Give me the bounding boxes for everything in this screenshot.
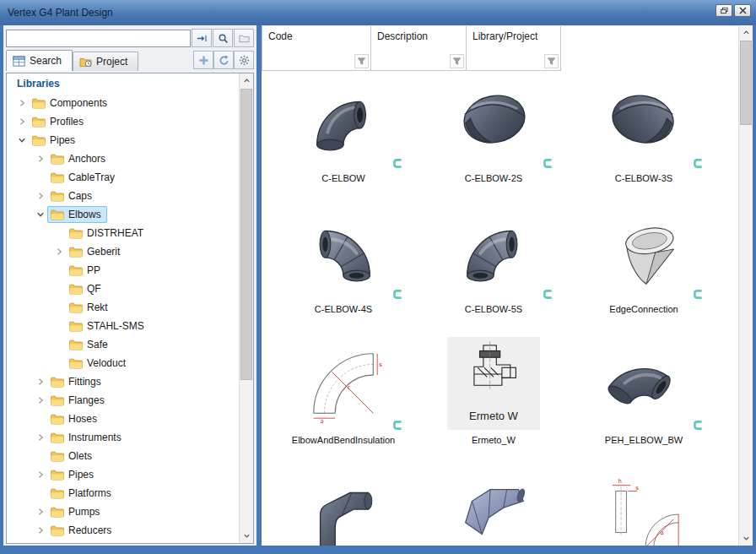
add-button[interactable]: [193, 51, 213, 69]
catalog-scrollbar[interactable]: [738, 25, 753, 546]
tree-item[interactable]: Fittings: [7, 372, 239, 391]
go-button[interactable]: [192, 29, 212, 47]
tree-item[interactable]: Pipes: [7, 465, 239, 484]
filter-button-code[interactable]: [354, 54, 369, 68]
tree-item[interactable]: PP: [7, 261, 239, 280]
tree-item[interactable]: Olets: [7, 447, 239, 465]
column-header-description[interactable]: Description: [371, 26, 467, 71]
scroll-down-icon[interactable]: [240, 529, 253, 543]
tree-item[interactable]: Veloduct: [7, 354, 239, 372]
column-header-library-project[interactable]: Library/Project: [467, 26, 561, 71]
tab-search[interactable]: Search: [6, 50, 73, 71]
catalog-item[interactable]: PEH_ELBOW_BW: [569, 334, 719, 464]
browse-button[interactable]: [234, 29, 254, 47]
tree-item-label: Veloduct: [87, 357, 126, 369]
scroll-up-icon[interactable]: [739, 25, 753, 40]
sidebar: Search Project Libraries: [3, 25, 256, 546]
chevron-icon[interactable]: [34, 152, 47, 166]
tree-item[interactable]: Platforms: [7, 484, 239, 502]
filter-button-description[interactable]: [450, 54, 464, 68]
close-button[interactable]: [734, 4, 751, 17]
chevron-icon[interactable]: [34, 542, 47, 543]
chevron-icon[interactable]: [52, 226, 66, 240]
chevron-icon[interactable]: [34, 468, 47, 481]
chevron-icon[interactable]: [15, 115, 29, 128]
tree-item[interactable]: Elbows: [7, 205, 239, 224]
library-tree: Components Profiles Pipes Anchors: [7, 94, 239, 543]
chevron-icon[interactable]: [34, 394, 47, 407]
chevron-icon[interactable]: [34, 412, 47, 426]
tree-item[interactable]: STAHL-SMS: [7, 317, 239, 335]
catalog-item[interactable]: Ermeto W Ermeto_W: [418, 334, 569, 464]
scroll-down-icon[interactable]: [739, 531, 753, 546]
chevron-icon[interactable]: [34, 486, 47, 500]
tree-item[interactable]: Pipes: [7, 131, 239, 149]
filter-button-library-project[interactable]: [544, 54, 559, 68]
search-button[interactable]: [213, 29, 233, 47]
refresh-button[interactable]: [213, 51, 234, 69]
search-input[interactable]: [6, 30, 191, 47]
catalog-item[interactable]: C-ELBOW: [268, 72, 418, 203]
tree-item-label: Safe: [87, 339, 108, 350]
chevron-icon[interactable]: [52, 263, 66, 277]
chevron-icon[interactable]: [52, 282, 66, 296]
catalog-item[interactable]: C-ELBOW-5S: [418, 203, 569, 334]
tree-item[interactable]: Reducers: [7, 521, 239, 540]
tree-item[interactable]: CableTray: [7, 168, 239, 187]
chevron-icon[interactable]: [15, 96, 29, 110]
tree-item[interactable]: Instruments: [7, 428, 239, 447]
tree-item[interactable]: Geberit: [7, 242, 239, 261]
catalog-item[interactable]: C-ELBOW-2S: [418, 72, 569, 203]
table-icon: [13, 56, 25, 67]
tree-item-label: Hoses: [68, 413, 97, 425]
chevron-icon[interactable]: [15, 133, 29, 147]
chevron-icon[interactable]: [34, 375, 47, 388]
tree-item[interactable]: Flanges: [7, 391, 239, 410]
chevron-icon[interactable]: [34, 189, 47, 203]
tree-item[interactable]: QF: [7, 280, 239, 298]
tree-item[interactable]: Profiles: [7, 112, 239, 131]
scroll-up-icon[interactable]: [240, 73, 253, 88]
tree-item[interactable]: ServicePiping: [7, 540, 239, 543]
chevron-icon[interactable]: [52, 338, 66, 351]
restore-button[interactable]: [716, 4, 732, 17]
catalog-item[interactable]: [569, 464, 719, 546]
catalog-item[interactable]: [418, 464, 569, 546]
chevron-icon[interactable]: [34, 524, 47, 537]
chevron-icon[interactable]: [34, 431, 47, 444]
tree-item-label: QF: [87, 283, 101, 295]
chevron-icon[interactable]: [34, 171, 47, 184]
tree-item[interactable]: Safe: [7, 335, 239, 354]
tab-project[interactable]: Project: [73, 52, 138, 71]
column-header-code[interactable]: Code: [262, 26, 371, 71]
tree-item[interactable]: DISTRHEAT: [7, 224, 239, 242]
tree-item-label: PP: [87, 264, 100, 276]
restore-icon: [721, 7, 728, 14]
chevron-icon[interactable]: [52, 301, 66, 314]
tree-item[interactable]: Anchors: [7, 149, 239, 168]
tree-item[interactable]: Hoses: [7, 410, 239, 428]
catalog-item[interactable]: C-ELBOW-3S: [569, 72, 719, 203]
scroll-thumb[interactable]: [740, 41, 752, 125]
catalog-item[interactable]: [268, 464, 418, 546]
chevron-icon[interactable]: [34, 449, 47, 463]
catalog-item-image: [426, 203, 561, 302]
tree-item[interactable]: Caps: [7, 187, 239, 205]
chevron-icon[interactable]: [52, 356, 66, 370]
tree-item[interactable]: Components: [7, 94, 239, 112]
catalog-item[interactable]: C-ELBOW-4S: [268, 203, 418, 334]
settings-button[interactable]: [234, 51, 254, 69]
scroll-thumb[interactable]: [240, 89, 252, 380]
catalog-item[interactable]: EdgeConnection: [569, 203, 719, 334]
tree-item[interactable]: Rekt: [7, 298, 239, 317]
vertex-c-badge-icon: [543, 289, 554, 300]
chevron-icon[interactable]: [52, 245, 66, 258]
tree-item-label: Fittings: [68, 376, 101, 388]
catalog-item[interactable]: ElbowAndBendInsulation: [268, 334, 418, 464]
chevron-icon[interactable]: [34, 208, 47, 221]
chevron-icon[interactable]: [52, 319, 66, 333]
tree-scrollbar[interactable]: [239, 73, 253, 543]
chevron-icon[interactable]: [34, 505, 47, 519]
tree-item[interactable]: Pumps: [7, 502, 239, 521]
catalog-item-code: Ermeto_W: [472, 435, 516, 445]
